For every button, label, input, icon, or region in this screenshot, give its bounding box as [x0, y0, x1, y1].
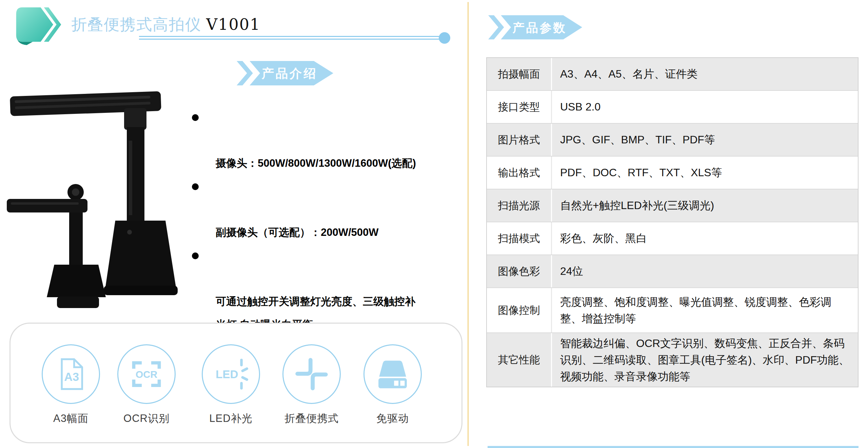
spec-value: 自然光+触控LED补光(三级调光) [552, 189, 858, 222]
feature-label: OCR识别 [106, 411, 187, 426]
led-icon: LED [202, 344, 260, 404]
product-photo [3, 73, 193, 310]
spec-value: PDF、DOC、RTF、TXT、XLS等 [552, 157, 858, 189]
list-item: 摄像头：500W/800W/1300W/1600W(选配) [189, 106, 472, 175]
table-row: 图像色彩 24位 [487, 255, 858, 288]
ocr-icon: OCR [117, 344, 176, 404]
spec-label: 接口类型 [487, 91, 552, 123]
product-params-banner-label: 产品参数 [512, 21, 567, 34]
spec-label: 其它性能 [487, 333, 552, 387]
feature-label: A3幅面 [30, 411, 112, 426]
feature-label: 折叠便携式 [271, 411, 352, 426]
product-params-banner: 产品参数 [488, 15, 583, 40]
next-section-edge [488, 446, 859, 448]
page-title-cn: 折叠便携式高拍仪 [71, 15, 201, 34]
table-row: 扫描光源 自然光+触控LED补光(三级调光) [487, 189, 858, 222]
title-underline [139, 36, 439, 40]
spec-value: USB 2.0 [552, 91, 858, 123]
spec-label: 拍摄幅面 [487, 58, 552, 90]
feature-led: LED LED补光 [190, 344, 272, 426]
teal-ribbon-icon [12, 4, 65, 47]
spec-value: JPG、GIF、BMP、TIF、PDF等 [552, 124, 858, 156]
a3-glyph-text: A3 [64, 370, 79, 383]
product-intro-banner-label: 产品介绍 [261, 66, 318, 80]
bullet-icon [192, 114, 199, 121]
list-item: 副摄像头（可选配）：200W/500W [189, 175, 472, 244]
feature-driver-free: 免驱动 [352, 344, 433, 426]
bullet-icon [192, 252, 199, 259]
feature-label: 免驱动 [352, 411, 433, 426]
table-row: 输出格式 PDF、DOC、RTF、TXT、XLS等 [487, 157, 858, 189]
fold-icon [282, 344, 341, 404]
led-glyph-text: LED [216, 368, 238, 381]
spec-value: 智能裁边纠偏、OCR文字识别、数码变焦、正反合并、条码识别、二维码读取、图章工具… [552, 333, 858, 387]
feature-ocr: OCR OCR识别 [106, 344, 187, 426]
table-row: 图片格式 JPG、GIF、BMP、TIF、PDF等 [487, 124, 858, 157]
spec-value: A3、A4、A5、名片、证件类 [552, 58, 858, 90]
bullet-icon [192, 183, 199, 190]
list-item-text: 摄像头：500W/800W/1300W/1600W(选配) [216, 157, 416, 169]
feature-label: LED补光 [190, 411, 272, 426]
spec-label: 图像色彩 [487, 255, 552, 287]
driver-free-icon [363, 344, 422, 404]
spec-label: 图片格式 [487, 124, 552, 156]
spec-label: 图像控制 [487, 288, 552, 332]
table-row: 图像控制 亮度调整、饱和度调整、曝光值调整、锐度调整、色彩调整、增益控制等 [487, 288, 858, 333]
a3-icon: A3 [42, 344, 100, 404]
table-row: 拍摄幅面 A3、A4、A5、名片、证件类 [487, 58, 858, 91]
page-title: 折叠便携式高拍仪V1001 [71, 14, 260, 35]
spec-table: 拍摄幅面 A3、A4、A5、名片、证件类 接口类型 USB 2.0 图片格式 J… [486, 57, 859, 387]
table-row: 其它性能 智能裁边纠偏、OCR文字识别、数码变焦、正反合并、条码识别、二维码读取… [487, 333, 858, 387]
list-item-text: 副摄像头（可选配）：200W/500W [216, 226, 379, 238]
feature-fold: 折叠便携式 [271, 344, 352, 426]
spec-label: 输出格式 [487, 157, 552, 189]
column-divider [468, 2, 469, 446]
feature-a3: A3 A3幅面 [30, 344, 112, 426]
spec-value: 彩色、灰阶、黑白 [552, 222, 858, 254]
page-title-model: V1001 [206, 15, 260, 34]
table-row: 接口类型 USB 2.0 [487, 91, 858, 124]
table-row: 扫描模式 彩色、灰阶、黑白 [487, 222, 858, 255]
spec-label: 扫描模式 [487, 222, 552, 254]
spec-value: 亮度调整、饱和度调整、曝光值调整、锐度调整、色彩调整、增益控制等 [552, 288, 858, 332]
ocr-glyph-text: OCR [136, 369, 157, 380]
title-underline-dot [439, 32, 450, 44]
spec-label: 扫描光源 [487, 189, 552, 222]
product-intro-banner: 产品介绍 [237, 60, 334, 86]
spec-value: 24位 [552, 255, 858, 287]
